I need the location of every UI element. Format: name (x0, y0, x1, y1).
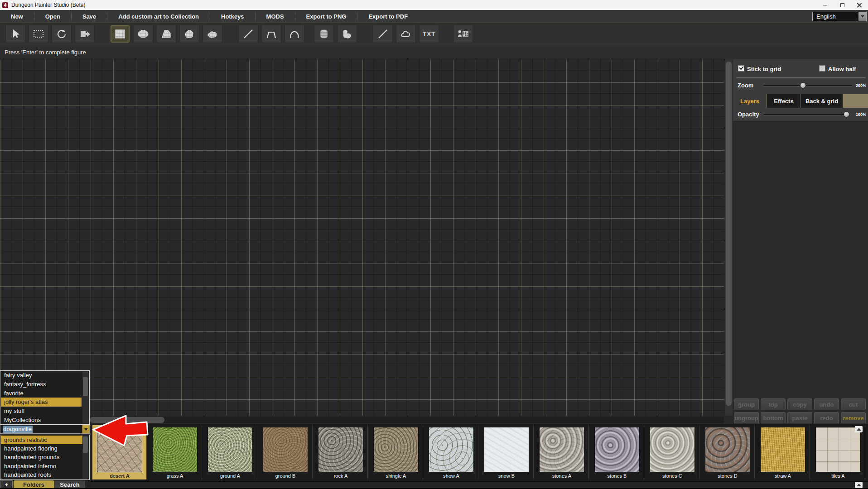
texture-tile-ground-a[interactable]: ground A (203, 425, 257, 479)
texture-thumbnail (484, 427, 529, 472)
menu-mods[interactable]: MODS (256, 13, 295, 20)
tab-folders[interactable]: Folders (14, 480, 54, 489)
barrel-icon (318, 28, 330, 40)
opacity-slider[interactable] (764, 114, 848, 115)
folder-item-my-stuff[interactable]: my stuff (1, 407, 82, 416)
category-item-handpainted-grounds[interactable]: handpainted grounds (1, 453, 82, 461)
redo-button[interactable]: redo (814, 412, 839, 424)
tab-back-grid[interactable]: Back & grid (801, 94, 843, 108)
texture-tile-stones-a[interactable]: stones A (535, 425, 589, 479)
app-window: 4 Dungeon Painter Studio (Beta) NewOpenS… (0, 0, 868, 489)
menu-new[interactable]: New (0, 13, 34, 20)
group-button[interactable]: group (734, 398, 759, 410)
texture-tile-shingle-a[interactable]: shingle A (369, 425, 423, 479)
texture-tile-ground-b[interactable]: ground B (258, 425, 313, 479)
tool-text[interactable]: TXT (419, 25, 439, 43)
tab-search[interactable]: Search (54, 480, 85, 489)
folder-item-fantasy-fortress[interactable]: fantasy_fortress (1, 380, 82, 389)
texture-tile-desert-a[interactable]: desert A (92, 425, 147, 479)
copy-button[interactable]: copy (787, 398, 812, 410)
cut-button[interactable]: cut (841, 398, 866, 410)
paste-button[interactable]: paste (787, 412, 812, 424)
status-message: Press 'Enter' to complete figure (5, 49, 86, 56)
layers-list[interactable] (733, 121, 868, 425)
opacity-row: Opacity 100% (733, 108, 868, 121)
remove-button[interactable]: remove (841, 412, 866, 424)
tab-layers[interactable]: Layers (733, 94, 767, 108)
strip-scroll-track[interactable] (91, 481, 868, 489)
language-select[interactable]: English (812, 12, 867, 21)
undo-button[interactable]: undo (814, 398, 839, 410)
scroll-thumb[interactable] (83, 377, 88, 396)
folder-item-mycollections[interactable]: MyCollections (1, 416, 82, 425)
map-canvas[interactable] (0, 59, 724, 416)
category-item-handpainted-roofs[interactable]: handpainted roofs (1, 470, 82, 479)
menu-export-to-png[interactable]: Export to PNG (295, 13, 357, 20)
category-item-grounds-realistic[interactable]: grounds realistic (1, 436, 82, 444)
folder-item-fairy-valley[interactable]: fairy valley (1, 371, 82, 380)
bottom-button[interactable]: bottom (761, 412, 786, 424)
add-collection-button[interactable]: + (0, 480, 13, 489)
texture-tile-stones-c[interactable]: stones C (645, 425, 699, 479)
folders-list-scrollbar[interactable] (82, 372, 88, 423)
strip-scroll-up-button[interactable] (855, 426, 863, 432)
menu-save[interactable]: Save (72, 13, 107, 20)
texture-tile-show-a[interactable]: show A (424, 425, 478, 479)
strip-scroll-down-button[interactable] (855, 482, 863, 488)
tool-wall-polyline[interactable] (261, 25, 281, 43)
tool-wall-arc[interactable] (285, 25, 304, 43)
stick-to-grid-checkbox[interactable] (738, 65, 744, 72)
collection-combobox[interactable]: dragonville (0, 425, 90, 434)
tool-select-cursor[interactable] (5, 25, 25, 43)
scroll-thumb[interactable] (83, 436, 88, 453)
tool-line[interactable] (373, 25, 393, 43)
canvas-vertical-scrollbar[interactable] (725, 59, 733, 416)
category-list-scrollbar[interactable] (82, 436, 88, 479)
horizontal-scroll-thumb[interactable] (90, 417, 164, 423)
tool-rotate[interactable] (52, 25, 72, 43)
folder-item-jolly-roger-s-atlas[interactable]: jolly roger's atlas (1, 398, 82, 407)
opacity-slider-thumb[interactable] (844, 111, 849, 117)
tool-token-grid[interactable] (453, 25, 473, 43)
tool-grid-ellipse[interactable] (133, 25, 153, 43)
ungroup-button[interactable]: ungroup (734, 412, 759, 424)
tool-floor-blob[interactable] (337, 25, 357, 43)
texture-tile-straw-a[interactable]: straw A (756, 425, 810, 479)
menu-open[interactable]: Open (34, 13, 71, 20)
tool-marquee-select[interactable] (29, 25, 48, 43)
category-item-handpainted-inferno[interactable]: handpainted inferno (1, 462, 82, 470)
zoom-slider-thumb[interactable] (800, 82, 806, 88)
texture-tile-snow-b[interactable]: snow B (479, 425, 534, 479)
tool-grid-polygon[interactable] (156, 25, 176, 43)
tool-cloud-outline[interactable] (396, 25, 416, 43)
texture-tile-stones-d[interactable]: stones D (700, 425, 755, 479)
texture-tile-rock-a[interactable]: rock A (313, 425, 368, 479)
minimize-button[interactable] (816, 0, 834, 10)
tool-wall-line[interactable] (238, 25, 258, 43)
tool-barrel-object[interactable] (314, 25, 334, 43)
collection-dropdown-button[interactable] (82, 425, 89, 433)
close-button[interactable] (851, 0, 868, 10)
menu-hotkeys[interactable]: Hotkeys (210, 13, 255, 20)
canvas-horizontal-scrollbar[interactable] (0, 417, 724, 423)
tab-effects[interactable]: Effects (767, 94, 801, 108)
texture-tile-tiles-a[interactable]: tiles A (811, 425, 865, 479)
zoom-slider[interactable] (763, 85, 852, 86)
vertical-scroll-thumb[interactable] (726, 62, 732, 406)
tool-export-shape[interactable] (75, 25, 95, 43)
texture-tile-stones-b[interactable]: stones B (590, 425, 644, 479)
menu-export-to-pdf[interactable]: Export to PDF (357, 13, 419, 20)
polyline-icon (265, 28, 277, 40)
tool-grid-blob[interactable] (179, 25, 199, 43)
menu-add-custom-art-to-collection[interactable]: Add custom art to Collection (107, 13, 210, 20)
allow-half-checkbox[interactable] (819, 65, 825, 72)
category-item-handpainted-flooring[interactable]: handpainted flooring (1, 444, 82, 453)
language-dropdown-button[interactable] (858, 12, 866, 21)
maximize-button[interactable] (834, 0, 851, 10)
tool-grid-cloud[interactable] (203, 25, 222, 43)
texture-tile-grass-a[interactable]: grass A (148, 425, 202, 479)
tool-bar: TXT (0, 23, 868, 45)
tool-grid-rectangle[interactable] (110, 25, 130, 43)
top-button[interactable]: top (761, 398, 786, 410)
folder-item-favorite[interactable]: favorite (1, 388, 82, 398)
